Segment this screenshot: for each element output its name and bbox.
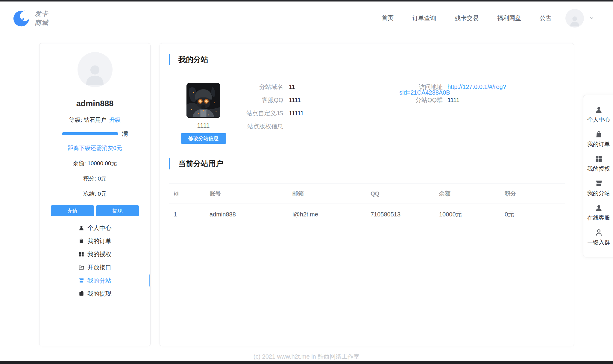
active-indicator (149, 274, 150, 286)
level-text: 等级: 钻石用户 (69, 117, 107, 123)
page-content: admin888 等级: 钻石用户升级 满 距离下级还需消费0元 余额: 100… (39, 43, 574, 346)
person-icon (82, 61, 108, 87)
quickbar-label: 一键入群 (587, 239, 610, 246)
shopping-bag-icon (595, 130, 603, 138)
quickbar-online-support[interactable]: 在线客服 (583, 201, 613, 225)
field-access-url: 访问地址http://127.0.0.1/#/reg? sid=21CA4238… (399, 80, 565, 93)
nav-item-announcement[interactable]: 公告 (540, 14, 552, 22)
field-label: 站点自定义JS (238, 107, 283, 120)
quickbar-label: 在线客服 (587, 214, 610, 222)
level-row: 等级: 钻石用户升级 (40, 116, 150, 124)
sidebar-item-my-orders[interactable]: 我的订单 (40, 234, 150, 248)
sidebar-item-personal-center[interactable]: 个人中心 (40, 221, 150, 234)
app-screen: 发卡 商城 首页 订单查询 残卡交易 福利网盘 公告 admin888 等级: … (0, 0, 613, 364)
cell-id: 1 (169, 204, 205, 225)
edit-substation-button[interactable]: 修改分站信息 (181, 133, 226, 144)
main-nav: 首页 订单查询 残卡交易 福利网盘 公告 (382, 14, 552, 22)
table-row: 1 admin888 i@h2t.me 710580513 10000元 0元 (169, 204, 565, 225)
field-value: 11111 (289, 110, 304, 116)
window-bottom-edge (0, 361, 613, 364)
upgrade-link[interactable]: 升级 (109, 117, 121, 123)
sidebar-menu: 个人中心 我的订单 我的授权 开放接口 我的分站 (40, 221, 150, 300)
sidebar-item-label: 我的提现 (87, 290, 111, 298)
section-head-current-users: 当前分站用户 (169, 158, 565, 169)
briefcase-icon (78, 291, 84, 297)
quickbar-personal-center[interactable]: 个人中心 (583, 102, 613, 127)
col-id: id (169, 183, 205, 204)
substation-fields-right: 访问地址http://127.0.0.1/#/reg? sid=21CA4238… (399, 79, 565, 144)
quickbar-label: 个人中心 (587, 116, 610, 124)
page-footer: (c) 2021 www.h2t.me in 酷西网络工作室 (0, 353, 613, 361)
field-label: 客服QQ (238, 93, 283, 107)
section-head-my-substation: 我的分站 (169, 54, 565, 65)
progress-full-label: 满 (122, 130, 128, 138)
balance-line: 余额: 10000.00元 (40, 160, 150, 167)
nav-item-home[interactable]: 首页 (382, 14, 394, 22)
access-url-link-wrap[interactable]: sid=21CA4238A0B (399, 89, 450, 96)
quickbar-my-substation[interactable]: 我的分站 (583, 176, 613, 201)
sidebar-item-label: 我的订单 (87, 237, 111, 245)
section-accent-bar (169, 158, 170, 169)
substation-fields-left: 分站域名11 客服QQ1111 站点自定义JS11111 站点版权信息 (238, 79, 399, 144)
next-level-hint[interactable]: 距离下级还需消费0元 (40, 144, 150, 152)
quickbar-my-auth[interactable]: 我的授权 (583, 151, 613, 176)
quickbar-my-orders[interactable]: 我的订单 (583, 127, 613, 151)
grid-icon (595, 155, 603, 163)
access-url-link[interactable]: http://127.0.0.1/#/reg? (447, 84, 506, 90)
nav-item-order-query[interactable]: 订单查询 (412, 14, 436, 22)
field-copyright: 站点版权信息 (238, 120, 399, 133)
level-progress: 满 (40, 130, 150, 138)
nav-item-welfare-disk[interactable]: 福利网盘 (497, 14, 521, 22)
logo-mark-icon (12, 9, 31, 28)
sidebar-item-label: 个人中心 (87, 224, 111, 232)
main-panel: 我的分站 (160, 43, 574, 346)
top-header: 发卡 商城 首页 订单查询 残卡交易 福利网盘 公告 (0, 1, 613, 35)
quickbar-label: 我的订单 (587, 140, 610, 148)
progress-bar (62, 132, 118, 135)
sidebar-item-my-auth[interactable]: 我的授权 (40, 248, 150, 261)
grid-icon (78, 251, 84, 257)
col-points: 积分 (500, 183, 565, 204)
table-header-row: id 账号 邮箱 QQ 余额 积分 (169, 183, 565, 204)
recharge-button[interactable]: 充值 (51, 205, 94, 216)
logo-text-line1: 发卡 (35, 9, 48, 18)
user-avatar[interactable] (565, 9, 584, 28)
frozen-line: 冻结: 0元 (40, 190, 150, 198)
substation-info-row: 1111 修改分站信息 分站域名11 客服QQ1111 站点自定义JS11111 (169, 79, 565, 144)
divider (169, 71, 565, 71)
col-email: 邮箱 (288, 183, 366, 204)
person-icon (78, 225, 84, 231)
sidebar-item-my-substation[interactable]: 我的分站 (40, 274, 150, 287)
site-logo[interactable]: 发卡 商城 (12, 9, 48, 28)
substation-logo-image (186, 83, 220, 118)
cell-balance: 10000元 (434, 204, 500, 225)
floating-quickbar: 个人中心 我的订单 我的授权 我的分站 在线客服 一键入群 (583, 95, 613, 257)
sidebar-item-label: 我的授权 (87, 250, 111, 258)
sidebar-item-my-withdrawals[interactable]: 我的提现 (40, 287, 150, 300)
section-title: 当前分站用户 (178, 159, 223, 169)
field-domain: 分站域名11 (238, 80, 399, 93)
gas-mask-art (186, 83, 220, 118)
copyright-text: (c) 2021 www.h2t.me in 酷西网络工作室 (254, 353, 360, 360)
storefront-icon (78, 277, 84, 283)
section-accent-bar (169, 54, 170, 65)
quickbar-label: 我的分站 (587, 189, 610, 197)
join-group-icon (595, 228, 603, 236)
field-service-qq: 客服QQ1111 (238, 93, 399, 107)
divider (169, 175, 565, 175)
sidebar-item-open-api[interactable]: 开放接口 (40, 261, 150, 274)
cell-points: 0元 (500, 204, 565, 225)
logo-text: 发卡 商城 (35, 9, 48, 27)
profile-avatar[interactable] (78, 52, 113, 87)
quickbar-join-group[interactable]: 一键入群 (583, 225, 613, 250)
quickbar-label: 我的授权 (587, 165, 610, 173)
logo-text-line2: 商城 (35, 18, 48, 27)
field-value: 11 (289, 84, 295, 90)
withdraw-button[interactable]: 提现 (96, 205, 139, 216)
nav-item-card-trade[interactable]: 残卡交易 (455, 14, 479, 22)
field-value: 1111 (447, 97, 459, 103)
sidebar-item-label: 我的分站 (87, 277, 111, 285)
chevron-down-icon[interactable] (589, 15, 594, 21)
col-account: 账号 (205, 183, 288, 204)
col-balance: 余额 (434, 183, 500, 204)
